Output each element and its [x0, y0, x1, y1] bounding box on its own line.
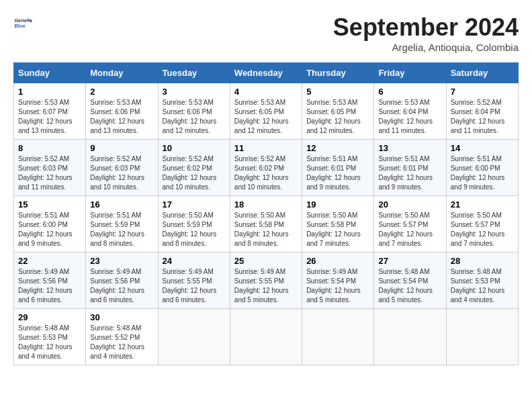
day-cell: 29 Sunrise: 5:48 AMSunset: 5:53 PMDaylig…: [14, 309, 86, 365]
day-cell: 17 Sunrise: 5:50 AMSunset: 5:59 PMDaylig…: [158, 196, 230, 253]
calendar-table: Sunday Monday Tuesday Wednesday Thursday…: [13, 62, 519, 365]
day-info: Sunrise: 5:49 AMSunset: 5:55 PMDaylight:…: [234, 267, 298, 305]
day-info: Sunrise: 5:51 AMSunset: 6:01 PMDaylight:…: [306, 154, 369, 192]
day-number: 22: [18, 256, 81, 266]
day-number: 21: [451, 199, 514, 210]
calendar-row: 22 Sunrise: 5:49 AMSunset: 5:56 PMDaylig…: [14, 253, 519, 309]
day-info: Sunrise: 5:50 AMSunset: 5:57 PMDaylight:…: [378, 211, 441, 248]
day-info: Sunrise: 5:49 AMSunset: 5:56 PMDaylight:…: [90, 267, 153, 305]
day-number: 30: [90, 312, 153, 322]
day-info: Sunrise: 5:48 AMSunset: 5:54 PMDaylight:…: [378, 267, 441, 305]
day-number: 7: [451, 87, 514, 97]
svg-text:Blue: Blue: [14, 23, 26, 29]
day-cell: 26 Sunrise: 5:49 AMSunset: 5:54 PMDaylig…: [302, 253, 374, 309]
day-number: 6: [378, 87, 441, 97]
day-number: 1: [18, 87, 81, 97]
day-info: Sunrise: 5:48 AMSunset: 5:53 PMDaylight:…: [451, 267, 514, 305]
col-tuesday: Tuesday: [158, 63, 230, 83]
day-info: Sunrise: 5:53 AMSunset: 6:05 PMDaylight:…: [306, 98, 369, 136]
day-cell: 3 Sunrise: 5:53 AMSunset: 6:06 PMDayligh…: [158, 83, 230, 140]
day-cell: 18 Sunrise: 5:50 AMSunset: 5:58 PMDaylig…: [230, 196, 302, 253]
day-info: Sunrise: 5:51 AMSunset: 6:00 PMDaylight:…: [451, 154, 514, 192]
day-cell: 13 Sunrise: 5:51 AMSunset: 6:01 PMDaylig…: [374, 140, 446, 196]
day-info: Sunrise: 5:51 AMSunset: 6:01 PMDaylight:…: [378, 154, 441, 192]
col-thursday: Thursday: [302, 63, 374, 83]
header: General Blue September 2024 Argelia, Ant…: [13, 13, 519, 53]
day-info: Sunrise: 5:49 AMSunset: 5:55 PMDaylight:…: [163, 267, 226, 305]
day-number: 24: [163, 256, 226, 266]
day-cell: 12 Sunrise: 5:51 AMSunset: 6:01 PMDaylig…: [302, 140, 374, 196]
day-info: Sunrise: 5:49 AMSunset: 5:56 PMDaylight:…: [18, 267, 81, 305]
day-info: Sunrise: 5:50 AMSunset: 5:58 PMDaylight:…: [234, 211, 298, 248]
day-number: 25: [234, 256, 298, 266]
day-number: 15: [18, 199, 81, 210]
day-info: Sunrise: 5:50 AMSunset: 5:59 PMDaylight:…: [163, 211, 226, 248]
day-info: Sunrise: 5:53 AMSunset: 6:06 PMDaylight:…: [90, 98, 153, 136]
day-number: 8: [18, 143, 81, 153]
day-info: Sunrise: 5:48 AMSunset: 5:53 PMDaylight:…: [18, 324, 81, 361]
day-info: Sunrise: 5:48 AMSunset: 5:52 PMDaylight:…: [90, 324, 153, 361]
day-number: 9: [90, 143, 153, 153]
day-info: Sunrise: 5:53 AMSunset: 6:07 PMDaylight:…: [18, 98, 81, 136]
day-cell: 8 Sunrise: 5:52 AMSunset: 6:03 PMDayligh…: [14, 140, 86, 196]
day-cell: 9 Sunrise: 5:52 AMSunset: 6:03 PMDayligh…: [86, 140, 158, 196]
empty-cell: [302, 309, 374, 365]
day-info: Sunrise: 5:53 AMSunset: 6:06 PMDaylight:…: [163, 98, 226, 136]
day-number: 27: [378, 256, 441, 266]
day-info: Sunrise: 5:52 AMSunset: 6:02 PMDaylight:…: [234, 154, 298, 192]
day-number: 17: [163, 199, 226, 210]
day-cell: 21 Sunrise: 5:50 AMSunset: 5:57 PMDaylig…: [446, 196, 518, 253]
day-number: 29: [18, 312, 81, 322]
empty-cell: [374, 309, 446, 365]
day-info: Sunrise: 5:51 AMSunset: 5:59 PMDaylight:…: [90, 211, 153, 248]
day-cell: 5 Sunrise: 5:53 AMSunset: 6:05 PMDayligh…: [302, 83, 374, 140]
day-number: 12: [306, 143, 369, 153]
day-cell: 24 Sunrise: 5:49 AMSunset: 5:55 PMDaylig…: [158, 253, 230, 309]
day-cell: 23 Sunrise: 5:49 AMSunset: 5:56 PMDaylig…: [86, 253, 158, 309]
col-friday: Friday: [374, 63, 446, 83]
day-cell: 22 Sunrise: 5:49 AMSunset: 5:56 PMDaylig…: [14, 253, 86, 309]
day-cell: 11 Sunrise: 5:52 AMSunset: 6:02 PMDaylig…: [230, 140, 302, 196]
logo-icon: General Blue: [13, 13, 32, 32]
day-number: 26: [306, 256, 369, 266]
day-number: 10: [163, 143, 226, 153]
day-info: Sunrise: 5:49 AMSunset: 5:54 PMDaylight:…: [306, 267, 369, 305]
day-number: 3: [163, 87, 226, 97]
day-cell: 30 Sunrise: 5:48 AMSunset: 5:52 PMDaylig…: [86, 309, 158, 365]
day-number: 20: [378, 199, 441, 210]
calendar-row: 8 Sunrise: 5:52 AMSunset: 6:03 PMDayligh…: [14, 140, 519, 196]
day-info: Sunrise: 5:53 AMSunset: 6:04 PMDaylight:…: [378, 98, 441, 136]
day-info: Sunrise: 5:50 AMSunset: 5:57 PMDaylight:…: [451, 211, 514, 248]
empty-cell: [446, 309, 518, 365]
col-wednesday: Wednesday: [230, 63, 302, 83]
day-number: 11: [234, 143, 298, 153]
calendar-row: 15 Sunrise: 5:51 AMSunset: 6:00 PMDaylig…: [14, 196, 519, 253]
header-row: Sunday Monday Tuesday Wednesday Thursday…: [14, 63, 519, 83]
day-cell: 20 Sunrise: 5:50 AMSunset: 5:57 PMDaylig…: [374, 196, 446, 253]
calendar-row: 29 Sunrise: 5:48 AMSunset: 5:53 PMDaylig…: [14, 309, 519, 365]
day-cell: 27 Sunrise: 5:48 AMSunset: 5:54 PMDaylig…: [374, 253, 446, 309]
day-number: 14: [451, 143, 514, 153]
day-info: Sunrise: 5:50 AMSunset: 5:58 PMDaylight:…: [306, 211, 369, 248]
day-number: 18: [234, 199, 298, 210]
calendar-row: 1 Sunrise: 5:53 AMSunset: 6:07 PMDayligh…: [14, 83, 519, 140]
day-cell: 10 Sunrise: 5:52 AMSunset: 6:02 PMDaylig…: [158, 140, 230, 196]
day-number: 19: [306, 199, 369, 210]
day-number: 5: [306, 87, 369, 97]
logo: General Blue: [13, 13, 32, 32]
day-cell: 25 Sunrise: 5:49 AMSunset: 5:55 PMDaylig…: [230, 253, 302, 309]
day-cell: 28 Sunrise: 5:48 AMSunset: 5:53 PMDaylig…: [446, 253, 518, 309]
day-info: Sunrise: 5:52 AMSunset: 6:04 PMDaylight:…: [451, 98, 514, 136]
empty-cell: [230, 309, 302, 365]
month-title: September 2024: [333, 13, 519, 42]
title-area: September 2024 Argelia, Antioquia, Colom…: [333, 13, 519, 53]
day-info: Sunrise: 5:52 AMSunset: 6:03 PMDaylight:…: [18, 154, 81, 192]
day-number: 13: [378, 143, 441, 153]
subtitle: Argelia, Antioquia, Colombia: [333, 42, 519, 53]
col-monday: Monday: [86, 63, 158, 83]
day-info: Sunrise: 5:51 AMSunset: 6:00 PMDaylight:…: [18, 211, 81, 248]
day-info: Sunrise: 5:52 AMSunset: 6:03 PMDaylight:…: [90, 154, 153, 192]
day-number: 28: [451, 256, 514, 266]
day-cell: 4 Sunrise: 5:53 AMSunset: 6:05 PMDayligh…: [230, 83, 302, 140]
day-cell: 2 Sunrise: 5:53 AMSunset: 6:06 PMDayligh…: [86, 83, 158, 140]
